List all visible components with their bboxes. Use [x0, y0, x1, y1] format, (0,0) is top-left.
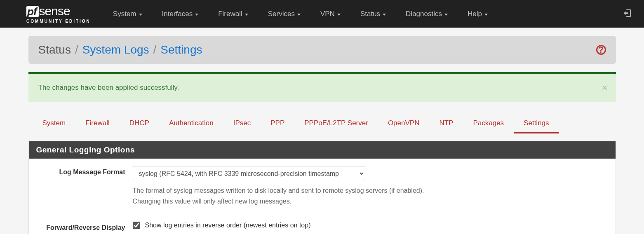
nav-system[interactable]: System	[103, 1, 152, 27]
tab-authentication[interactable]: Authentication	[159, 114, 223, 133]
select-log-format[interactable]: syslog (RFC 5424, with RFC 3339 microsec…	[133, 166, 365, 181]
tab-packages[interactable]: Packages	[463, 114, 514, 133]
caret-icon	[383, 14, 386, 16]
breadcrumb-sep: /	[153, 43, 157, 56]
breadcrumb-bar: Status / System Logs / Settings ?	[28, 36, 616, 64]
tab-ppp[interactable]: PPP	[261, 114, 294, 133]
nav-label: Firewall	[218, 10, 242, 18]
top-navbar: pfsense COMMUNITY EDITION System Interfa…	[0, 0, 644, 28]
logo[interactable]: pfsense COMMUNITY EDITION	[26, 4, 91, 23]
nav-services[interactable]: Services	[258, 1, 310, 27]
help-line: Changing this value will only affect new…	[133, 196, 610, 207]
tab-settings[interactable]: Settings	[514, 114, 559, 133]
row-reverse-display: Forward/Reverse Display Show log entries…	[29, 214, 616, 234]
nav-label: Help	[468, 10, 482, 18]
caret-icon	[484, 14, 488, 16]
caret-icon	[195, 14, 198, 16]
nav-status[interactable]: Status	[350, 1, 396, 27]
row-log-format: Log Message Format syslog (RFC 5424, wit…	[29, 159, 616, 214]
nav-label: System	[113, 10, 136, 18]
tab-ntp[interactable]: NTP	[429, 114, 463, 133]
tab-openvpn[interactable]: OpenVPN	[378, 114, 430, 133]
tab-system[interactable]: System	[33, 114, 76, 133]
nav-interfaces[interactable]: Interfaces	[152, 1, 209, 27]
log-tabs: System Firewall DHCP Authentication IPse…	[28, 114, 616, 133]
nav-label: Interfaces	[162, 10, 193, 18]
tab-pppoe[interactable]: PPPoE/L2TP Server	[294, 114, 378, 133]
general-logging-panel: General Logging Options Log Message Form…	[28, 141, 616, 234]
caret-icon	[337, 14, 341, 16]
nav-label: Services	[268, 10, 295, 18]
checkbox-reverse[interactable]	[133, 222, 140, 229]
nav-help[interactable]: Help	[458, 1, 498, 27]
caret-icon	[297, 14, 301, 16]
nav-label: Diagnostics	[406, 10, 442, 18]
tab-firewall[interactable]: Firewall	[75, 114, 120, 133]
close-icon[interactable]: ×	[602, 82, 607, 94]
nav-diagnostics[interactable]: Diagnostics	[396, 1, 458, 27]
breadcrumb-sep: /	[75, 43, 78, 56]
help-line: The format of syslog messages written to…	[133, 185, 610, 196]
panel-title: General Logging Options	[29, 141, 616, 159]
nav-items: System Interfaces Firewall Services VPN …	[103, 1, 618, 27]
logo-subtitle: COMMUNITY EDITION	[26, 19, 91, 23]
help-icon[interactable]: ?	[596, 45, 606, 55]
caret-icon	[245, 14, 248, 16]
logo-box: pf	[26, 6, 39, 17]
label-log-format: Log Message Format	[35, 166, 133, 176]
nav-firewall[interactable]: Firewall	[208, 1, 258, 27]
caret-icon	[444, 14, 448, 16]
nav-vpn[interactable]: VPN	[310, 1, 350, 27]
tab-dhcp[interactable]: DHCP	[120, 114, 159, 133]
success-alert: The changes have been applied successful…	[28, 72, 616, 102]
label-reverse: Forward/Reverse Display	[35, 222, 133, 232]
nav-label: VPN	[320, 10, 335, 18]
tab-ipsec[interactable]: IPsec	[223, 114, 261, 133]
caret-icon	[139, 14, 142, 16]
checkbox-label: Show log entries in reverse order (newes…	[145, 222, 311, 229]
breadcrumb: Status / System Logs / Settings	[38, 43, 202, 56]
logout-icon[interactable]	[618, 5, 636, 23]
breadcrumb-settings[interactable]: Settings	[160, 43, 202, 56]
page-container: Status / System Logs / Settings ? The ch…	[28, 28, 616, 234]
logo-text: sense	[39, 4, 70, 18]
help-text: The format of syslog messages written to…	[133, 185, 610, 206]
breadcrumb-systemlogs[interactable]: System Logs	[82, 43, 149, 56]
alert-text: The changes have been applied successful…	[38, 84, 179, 91]
breadcrumb-root[interactable]: Status	[38, 43, 71, 56]
nav-label: Status	[360, 10, 380, 18]
